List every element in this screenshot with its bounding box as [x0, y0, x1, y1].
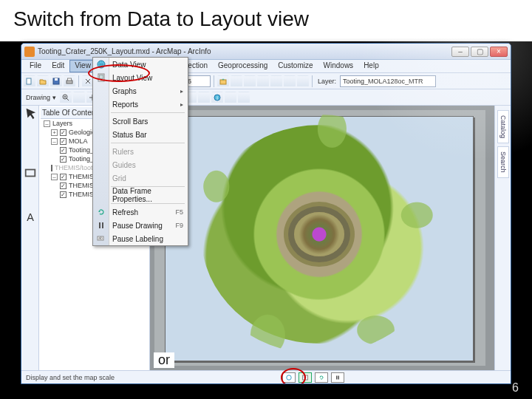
rotate-icon[interactable]: [24, 122, 37, 135]
editor-icon[interactable]: [231, 75, 242, 87]
find-icon[interactable]: [225, 92, 236, 103]
menu-graphs[interactable]: Graphs▸: [93, 84, 188, 98]
menu-pause-labeling[interactable]: ab Pause Labeling: [93, 232, 188, 245]
menu-item-label: Refresh: [112, 208, 138, 216]
expand-icon[interactable]: +: [51, 129, 58, 136]
menu-edit[interactable]: Edit: [47, 60, 69, 72]
new-icon[interactable]: [24, 75, 35, 87]
python-icon[interactable]: [284, 75, 296, 87]
view-toggle-buttons: [282, 372, 344, 383]
toc-item[interactable]: MOLA: [69, 137, 88, 145]
menu-file[interactable]: File: [24, 60, 47, 72]
svg-rect-19: [99, 222, 100, 228]
catalog-icon[interactable]: [257, 75, 269, 87]
zoom-tool-icon[interactable]: [24, 137, 37, 150]
menu-layout-view[interactable]: Layout View: [93, 71, 188, 84]
search-icon[interactable]: [270, 75, 282, 87]
polygon-icon[interactable]: [24, 181, 37, 194]
svg-text:+: +: [222, 78, 225, 81]
toc-layers[interactable]: Layers: [52, 120, 72, 127]
marker-icon[interactable]: [24, 225, 37, 239]
zoom-in-icon[interactable]: [60, 92, 72, 103]
chevron-right-icon: ▸: [180, 101, 183, 108]
svg-line-8: [66, 98, 69, 100]
app-icon: [24, 47, 35, 57]
edit-vertices-icon[interactable]: [24, 240, 37, 253]
line-icon[interactable]: [24, 196, 37, 209]
zoom-out-icon[interactable]: [73, 92, 85, 103]
menu-item-label: Grid: [112, 174, 126, 183]
menu-windows[interactable]: Windows: [318, 60, 359, 72]
svg-rect-14: [25, 170, 35, 177]
expand-icon[interactable]: –: [51, 174, 58, 180]
checkbox[interactable]: ✓: [60, 183, 66, 189]
identify-icon[interactable]: i: [211, 92, 223, 103]
menu-grid: Grid: [93, 171, 188, 185]
layer-label: Layer:: [316, 78, 338, 85]
menu-item-label: Scroll Bars: [112, 117, 148, 126]
menu-dataframe-properties[interactable]: Data Frame Properties...: [93, 188, 188, 202]
add-data-icon[interactable]: +: [217, 75, 229, 87]
select-tool-icon[interactable]: [24, 107, 37, 120]
statusbar: Display and set the map scale: [21, 370, 511, 383]
select-elements-icon[interactable]: [198, 92, 210, 103]
checkbox[interactable]: [51, 165, 52, 171]
svg-rect-25: [304, 376, 307, 378]
toc-icon[interactable]: [244, 75, 256, 87]
window-title: Tooting_Crater_250K_Layout.mxd - ArcMap …: [38, 47, 211, 55]
svg-rect-0: [27, 78, 31, 84]
svg-rect-4: [68, 78, 72, 81]
data-view-button[interactable]: [282, 372, 296, 383]
svg-rect-26: [336, 375, 338, 379]
toolbox-icon[interactable]: [297, 75, 309, 87]
pause-icon: [96, 220, 106, 231]
menu-item-label: Rulers: [112, 148, 134, 156]
checkbox[interactable]: ✓: [60, 174, 66, 180]
measure-icon[interactable]: [238, 92, 250, 103]
shortcut-label: F9: [175, 222, 183, 229]
page-icon: [96, 72, 106, 83]
draw-tools-palette: A: [21, 106, 39, 370]
label-icon: ab: [96, 233, 106, 244]
menu-pause-drawing[interactable]: Pause Drawing F9: [93, 219, 188, 232]
menu-item-label: Data View: [112, 61, 146, 69]
view-menu-dropdown: Data View Layout View Graphs▸ Reports▸ S…: [92, 57, 188, 246]
checkbox[interactable]: ✓: [60, 138, 66, 145]
menu-scrollbars[interactable]: Scroll Bars: [93, 115, 188, 128]
text-icon[interactable]: A: [24, 211, 37, 224]
expand-icon[interactable]: –: [51, 138, 58, 145]
menu-refresh[interactable]: Refresh F5: [93, 205, 188, 219]
pan-tool-icon[interactable]: [24, 151, 37, 165]
menu-item-label: Pause Drawing: [112, 222, 163, 230]
status-hint: Display and set the map scale: [26, 374, 115, 381]
svg-rect-20: [102, 222, 103, 228]
checkbox[interactable]: ✓: [60, 156, 66, 163]
menu-guides: Guides: [93, 158, 188, 171]
save-icon[interactable]: [50, 75, 62, 87]
menu-reports[interactable]: Reports▸: [93, 98, 188, 111]
or-label: or: [154, 352, 174, 368]
menu-customize[interactable]: Customize: [273, 60, 318, 72]
layout-view-button[interactable]: [299, 372, 312, 383]
print-icon[interactable]: [64, 75, 75, 87]
menu-data-view[interactable]: Data View: [93, 58, 188, 71]
menu-item-label: Pause Labeling: [112, 235, 163, 243]
checkbox[interactable]: ✓: [60, 191, 66, 198]
menu-statusbar[interactable]: Status Bar: [93, 128, 188, 141]
svg-rect-2: [55, 78, 58, 81]
refresh-view-button[interactable]: [315, 372, 328, 383]
expand-icon[interactable]: –: [44, 120, 50, 127]
checkbox[interactable]: ✓: [60, 129, 66, 136]
svg-rect-27: [338, 375, 340, 379]
pause-view-button[interactable]: [331, 372, 344, 383]
rectangle-icon[interactable]: [24, 166, 37, 180]
refresh-icon: [96, 207, 106, 217]
menu-item-label: Graphs: [112, 87, 137, 95]
shortcut-label: F5: [175, 208, 183, 216]
menu-geoprocessing[interactable]: Geoprocessing: [213, 60, 273, 72]
page-number: 6: [512, 381, 519, 395]
drawing-label: Drawing ▾: [24, 94, 58, 101]
open-icon[interactable]: [37, 75, 49, 87]
checkbox[interactable]: ✓: [60, 147, 66, 154]
menu-item-label: Layout View: [112, 74, 152, 82]
